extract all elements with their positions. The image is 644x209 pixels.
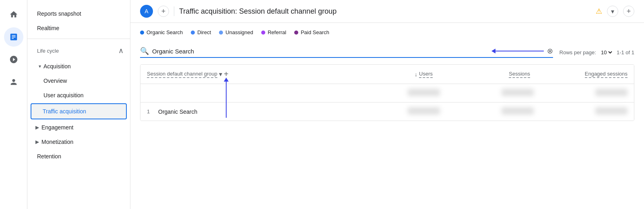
page-info: 1-1 of 1 bbox=[617, 49, 634, 55]
dimension-dropdown-icon[interactable]: ▾ bbox=[219, 70, 222, 78]
page-title: Traffic acquisition: Session default cha… bbox=[179, 7, 591, 16]
table-row: 1 Organic Search bbox=[140, 102, 634, 121]
legend-label-referral: Referral bbox=[268, 29, 286, 35]
engagement-arrow-icon: ▶ bbox=[35, 125, 39, 130]
overview-label: Overview bbox=[43, 78, 67, 84]
legend-item-organic-search[interactable]: Organic Search bbox=[140, 29, 183, 35]
legend-dot-organic-search bbox=[140, 31, 144, 35]
sidebar-item-user-acquisition[interactable]: User acquisition bbox=[31, 88, 130, 102]
col-header-engaged-sessions: Engaged sessions bbox=[533, 71, 627, 78]
legend-item-paid-search[interactable]: Paid Search bbox=[294, 29, 329, 35]
legend-item-direct[interactable]: Direct bbox=[191, 29, 211, 35]
search-input[interactable]: Organic Search bbox=[152, 48, 485, 55]
search-pagination-row: 🔍 Organic Search ⊗ Rows per page: bbox=[140, 43, 634, 61]
user-acquisition-label: User acquisition bbox=[43, 92, 84, 98]
monetization-arrow-icon: ▶ bbox=[35, 139, 39, 145]
search-clear-button[interactable]: ⊗ bbox=[547, 47, 553, 55]
sidebar-item-overview[interactable]: Overview bbox=[31, 74, 130, 88]
header-divider bbox=[174, 6, 174, 16]
legend-item-referral[interactable]: Referral bbox=[261, 29, 286, 35]
icon-rail bbox=[0, 0, 27, 209]
sidebar-item-monetization[interactable]: ▶ Monetization bbox=[27, 135, 130, 149]
search-bar: 🔍 Organic Search bbox=[140, 47, 544, 55]
row-metric-engaged-blurred bbox=[534, 89, 627, 97]
engagement-label: Engagement bbox=[41, 124, 73, 131]
acquisition-section: ▾ Acquisition Overview User acquisition … bbox=[27, 59, 130, 119]
engaged-blurred bbox=[595, 107, 627, 115]
main-content: A + Traffic acquisition: Session default… bbox=[130, 0, 644, 209]
sidebar-item-reports-snapshot[interactable]: Reports snapshot bbox=[27, 6, 130, 21]
lifecycle-label: Life cycle bbox=[37, 48, 59, 54]
blurred-value-2 bbox=[502, 89, 534, 96]
row-users-value bbox=[346, 107, 440, 116]
row-engaged-value bbox=[534, 107, 627, 116]
arrow-line-vertical bbox=[226, 82, 227, 118]
table-row-blurred bbox=[140, 84, 634, 102]
data-table: Session default channel group ▾ + bbox=[140, 64, 634, 121]
table-wrapper: 🔍 Organic Search ⊗ Rows per page: bbox=[140, 43, 634, 121]
legend-label-unassigned: Unassigned bbox=[225, 29, 253, 35]
analytics-nav-icon[interactable] bbox=[4, 27, 23, 47]
sessions-blurred bbox=[502, 107, 534, 115]
sidebar-item-traffic-acquisition[interactable]: Traffic acquisition bbox=[31, 103, 127, 119]
engaged-sessions-col-label: Engaged sessions bbox=[585, 71, 627, 78]
blurred-value bbox=[408, 89, 440, 96]
legend-dot-unassigned bbox=[219, 31, 223, 35]
legend-label-direct: Direct bbox=[197, 29, 211, 35]
avatar[interactable]: A bbox=[140, 5, 153, 18]
legend-label-paid-search: Paid Search bbox=[301, 29, 329, 35]
legend-dot-direct bbox=[191, 31, 195, 35]
row-sessions-value bbox=[440, 107, 534, 116]
search-annotation-arrow bbox=[491, 49, 544, 53]
sessions-col-label: Sessions bbox=[509, 71, 530, 78]
home-nav-icon[interactable] bbox=[4, 5, 23, 24]
sidebar-lifecycle-header[interactable]: Life cycle ∧ bbox=[27, 42, 130, 59]
header: A + Traffic acquisition: Session default… bbox=[130, 0, 644, 23]
legend-dot-referral bbox=[261, 31, 265, 35]
title-dropdown-button[interactable]: ▾ bbox=[607, 6, 618, 17]
search-icon: 🔍 bbox=[140, 47, 149, 55]
add-comparison-button[interactable]: + bbox=[158, 6, 169, 17]
row-dimension-value[interactable]: Organic Search bbox=[158, 109, 346, 115]
legend-item-unassigned[interactable]: Unassigned bbox=[219, 29, 253, 35]
col-header-sessions: Sessions bbox=[436, 71, 530, 78]
chart-legend: Organic Search Direct Unassigned Referra… bbox=[140, 29, 634, 35]
realtime-nav-icon[interactable] bbox=[4, 50, 23, 69]
blurred-value-3 bbox=[595, 89, 627, 96]
table-header-row: Session default channel group ▾ + bbox=[140, 65, 634, 84]
row-number: 1 bbox=[147, 109, 158, 115]
lifecycle-chevron-icon: ∧ bbox=[118, 46, 124, 55]
acquisition-arrow-icon: ▾ bbox=[39, 64, 41, 69]
add-report-button[interactable]: + bbox=[623, 6, 634, 17]
arrow-line-horizontal bbox=[495, 51, 544, 51]
monetization-label: Monetization bbox=[41, 139, 73, 145]
traffic-acquisition-label: Traffic acquisition bbox=[43, 108, 86, 115]
col-header-dimension: Session default channel group ▾ + bbox=[147, 70, 335, 79]
search-bar-container: 🔍 Organic Search ⊗ bbox=[140, 47, 553, 58]
legend-dot-paid-search bbox=[294, 31, 298, 35]
sidebar: Reports snapshot Realtime Life cycle ∧ ▾… bbox=[27, 0, 130, 209]
rows-per-page-label: Rows per page: bbox=[559, 49, 596, 55]
sidebar-item-acquisition[interactable]: ▾ Acquisition bbox=[31, 59, 130, 74]
col-header-users: ↓ Users bbox=[339, 71, 433, 78]
row-metric-users-blurred bbox=[346, 89, 440, 97]
search-area: 🔍 Organic Search ⊗ bbox=[140, 47, 553, 58]
sidebar-item-retention[interactable]: Retention bbox=[27, 149, 130, 164]
users-blurred bbox=[408, 107, 440, 115]
content-area: Organic Search Direct Unassigned Referra… bbox=[130, 23, 644, 209]
sort-down-icon: ↓ bbox=[415, 71, 417, 78]
users-col-label: Users bbox=[419, 71, 433, 78]
acquisition-label: Acquisition bbox=[43, 63, 71, 70]
arrow-head-up-icon bbox=[224, 78, 229, 82]
rows-per-page-select[interactable]: 10 25 50 bbox=[599, 49, 613, 56]
legend-label-organic-search: Organic Search bbox=[147, 29, 183, 35]
arrow-head-left-icon bbox=[491, 49, 495, 53]
pagination-area: Rows per page: 10 25 50 1-1 of 1 bbox=[559, 49, 634, 56]
dimension-col-label: Session default channel group bbox=[147, 71, 217, 78]
row-metric-sessions-blurred bbox=[440, 89, 534, 97]
audience-nav-icon[interactable] bbox=[4, 72, 23, 92]
sidebar-item-realtime[interactable]: Realtime bbox=[27, 21, 130, 35]
sidebar-item-engagement[interactable]: ▶ Engagement bbox=[27, 120, 130, 135]
add-col-annotation-arrow bbox=[224, 78, 229, 118]
warning-icon: ⚠ bbox=[596, 7, 602, 16]
